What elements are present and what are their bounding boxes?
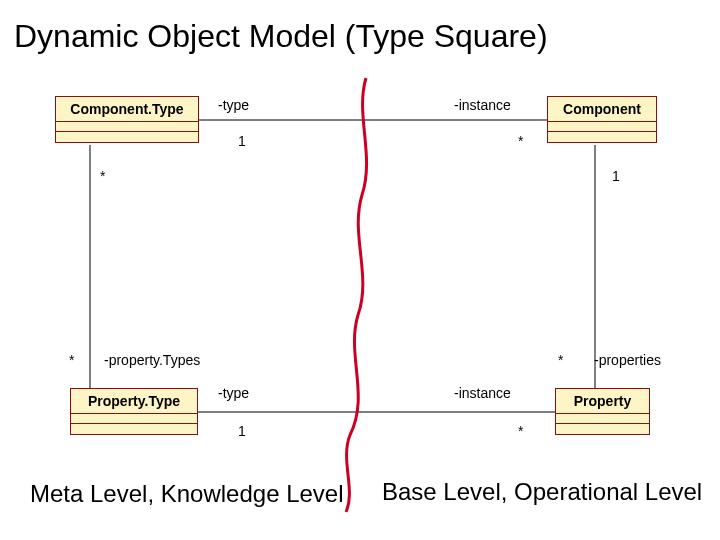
mult-1-right-top: 1 (612, 168, 620, 184)
mult-star-bottom-right: * (518, 423, 523, 439)
class-name: Component (548, 97, 656, 122)
class-property-type: Property.Type (70, 388, 198, 435)
class-name: Property.Type (71, 389, 197, 414)
role-properties: -properties (594, 352, 661, 368)
level-divider (346, 78, 367, 512)
mult-star-left-top: * (100, 168, 105, 184)
class-compartment (556, 414, 649, 424)
class-component: Component (547, 96, 657, 143)
role-instance-bottom: -instance (454, 385, 511, 401)
role-type-bottom: -type (218, 385, 249, 401)
role-property-types: -property.Types (104, 352, 200, 368)
class-compartment (71, 424, 197, 434)
class-compartment (548, 122, 656, 132)
class-name: Property (556, 389, 649, 414)
mult-star-top-right: * (518, 133, 523, 149)
mult-1-bottom-left: 1 (238, 423, 246, 439)
caption-meta-level: Meta Level, Knowledge Level (30, 480, 344, 508)
class-component-type: Component.Type (55, 96, 199, 143)
mult-star-right-bottom: * (558, 352, 563, 368)
role-type-top: -type (218, 97, 249, 113)
mult-1-top-left: 1 (238, 133, 246, 149)
class-compartment (56, 132, 198, 142)
class-compartment (71, 414, 197, 424)
class-compartment (548, 132, 656, 142)
role-instance-top: -instance (454, 97, 511, 113)
class-name: Component.Type (56, 97, 198, 122)
class-compartment (556, 424, 649, 434)
class-compartment (56, 122, 198, 132)
diagram-connectors (0, 0, 720, 540)
class-property: Property (555, 388, 650, 435)
caption-base-level: Base Level, Operational Level (382, 478, 702, 506)
mult-star-left-bottom: * (69, 352, 74, 368)
slide-title: Dynamic Object Model (Type Square) (14, 18, 548, 55)
